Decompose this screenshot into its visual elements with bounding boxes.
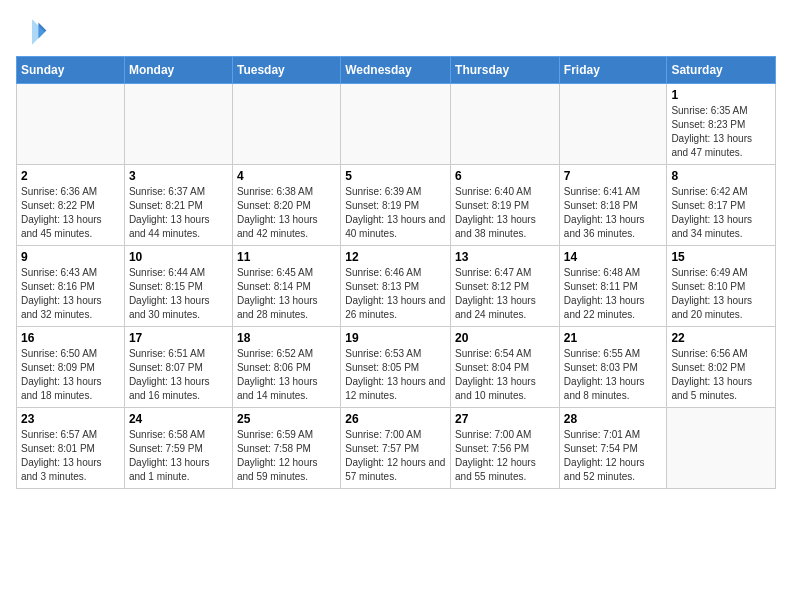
day-cell: 11Sunrise: 6:45 AM Sunset: 8:14 PM Dayli… [232, 246, 340, 327]
day-cell: 23Sunrise: 6:57 AM Sunset: 8:01 PM Dayli… [17, 408, 125, 489]
calendar-table: SundayMondayTuesdayWednesdayThursdayFrid… [16, 56, 776, 489]
day-info: Sunrise: 6:36 AM Sunset: 8:22 PM Dayligh… [21, 185, 120, 241]
day-cell [17, 84, 125, 165]
day-cell [124, 84, 232, 165]
day-cell: 1Sunrise: 6:35 AM Sunset: 8:23 PM Daylig… [667, 84, 776, 165]
day-number: 19 [345, 331, 446, 345]
day-cell: 25Sunrise: 6:59 AM Sunset: 7:58 PM Dayli… [232, 408, 340, 489]
day-number: 13 [455, 250, 555, 264]
day-number: 10 [129, 250, 228, 264]
day-info: Sunrise: 6:40 AM Sunset: 8:19 PM Dayligh… [455, 185, 555, 241]
day-number: 1 [671, 88, 771, 102]
day-number: 5 [345, 169, 446, 183]
day-number: 20 [455, 331, 555, 345]
day-cell: 14Sunrise: 6:48 AM Sunset: 8:11 PM Dayli… [559, 246, 667, 327]
day-info: Sunrise: 6:48 AM Sunset: 8:11 PM Dayligh… [564, 266, 663, 322]
week-row-1: 1Sunrise: 6:35 AM Sunset: 8:23 PM Daylig… [17, 84, 776, 165]
day-number: 26 [345, 412, 446, 426]
day-cell [232, 84, 340, 165]
day-info: Sunrise: 6:45 AM Sunset: 8:14 PM Dayligh… [237, 266, 336, 322]
day-info: Sunrise: 6:47 AM Sunset: 8:12 PM Dayligh… [455, 266, 555, 322]
day-number: 3 [129, 169, 228, 183]
day-number: 7 [564, 169, 663, 183]
day-number: 12 [345, 250, 446, 264]
day-number: 22 [671, 331, 771, 345]
header-cell-wednesday: Wednesday [341, 57, 451, 84]
day-cell: 8Sunrise: 6:42 AM Sunset: 8:17 PM Daylig… [667, 165, 776, 246]
day-info: Sunrise: 6:54 AM Sunset: 8:04 PM Dayligh… [455, 347, 555, 403]
day-number: 16 [21, 331, 120, 345]
day-cell: 10Sunrise: 6:44 AM Sunset: 8:15 PM Dayli… [124, 246, 232, 327]
day-number: 14 [564, 250, 663, 264]
week-row-3: 9Sunrise: 6:43 AM Sunset: 8:16 PM Daylig… [17, 246, 776, 327]
day-number: 4 [237, 169, 336, 183]
day-cell [667, 408, 776, 489]
day-cell: 7Sunrise: 6:41 AM Sunset: 8:18 PM Daylig… [559, 165, 667, 246]
day-cell: 5Sunrise: 6:39 AM Sunset: 8:19 PM Daylig… [341, 165, 451, 246]
day-info: Sunrise: 6:37 AM Sunset: 8:21 PM Dayligh… [129, 185, 228, 241]
header-cell-thursday: Thursday [451, 57, 560, 84]
day-info: Sunrise: 6:56 AM Sunset: 8:02 PM Dayligh… [671, 347, 771, 403]
header-cell-tuesday: Tuesday [232, 57, 340, 84]
day-info: Sunrise: 6:51 AM Sunset: 8:07 PM Dayligh… [129, 347, 228, 403]
day-info: Sunrise: 6:55 AM Sunset: 8:03 PM Dayligh… [564, 347, 663, 403]
day-info: Sunrise: 6:44 AM Sunset: 8:15 PM Dayligh… [129, 266, 228, 322]
header-cell-sunday: Sunday [17, 57, 125, 84]
day-cell [451, 84, 560, 165]
day-info: Sunrise: 7:01 AM Sunset: 7:54 PM Dayligh… [564, 428, 663, 484]
day-info: Sunrise: 6:38 AM Sunset: 8:20 PM Dayligh… [237, 185, 336, 241]
day-cell: 18Sunrise: 6:52 AM Sunset: 8:06 PM Dayli… [232, 327, 340, 408]
week-row-2: 2Sunrise: 6:36 AM Sunset: 8:22 PM Daylig… [17, 165, 776, 246]
day-cell [341, 84, 451, 165]
day-cell: 28Sunrise: 7:01 AM Sunset: 7:54 PM Dayli… [559, 408, 667, 489]
day-number: 28 [564, 412, 663, 426]
day-cell: 6Sunrise: 6:40 AM Sunset: 8:19 PM Daylig… [451, 165, 560, 246]
day-number: 21 [564, 331, 663, 345]
week-row-5: 23Sunrise: 6:57 AM Sunset: 8:01 PM Dayli… [17, 408, 776, 489]
day-number: 25 [237, 412, 336, 426]
day-cell: 17Sunrise: 6:51 AM Sunset: 8:07 PM Dayli… [124, 327, 232, 408]
day-number: 17 [129, 331, 228, 345]
day-info: Sunrise: 6:49 AM Sunset: 8:10 PM Dayligh… [671, 266, 771, 322]
day-info: Sunrise: 6:41 AM Sunset: 8:18 PM Dayligh… [564, 185, 663, 241]
day-cell: 9Sunrise: 6:43 AM Sunset: 8:16 PM Daylig… [17, 246, 125, 327]
day-number: 15 [671, 250, 771, 264]
day-info: Sunrise: 6:52 AM Sunset: 8:06 PM Dayligh… [237, 347, 336, 403]
day-cell: 22Sunrise: 6:56 AM Sunset: 8:02 PM Dayli… [667, 327, 776, 408]
header-cell-saturday: Saturday [667, 57, 776, 84]
day-info: Sunrise: 6:35 AM Sunset: 8:23 PM Dayligh… [671, 104, 771, 160]
day-number: 24 [129, 412, 228, 426]
day-info: Sunrise: 6:50 AM Sunset: 8:09 PM Dayligh… [21, 347, 120, 403]
header-row: SundayMondayTuesdayWednesdayThursdayFrid… [17, 57, 776, 84]
header-cell-monday: Monday [124, 57, 232, 84]
day-cell: 2Sunrise: 6:36 AM Sunset: 8:22 PM Daylig… [17, 165, 125, 246]
day-cell: 19Sunrise: 6:53 AM Sunset: 8:05 PM Dayli… [341, 327, 451, 408]
day-number: 8 [671, 169, 771, 183]
day-info: Sunrise: 6:57 AM Sunset: 8:01 PM Dayligh… [21, 428, 120, 484]
header-cell-friday: Friday [559, 57, 667, 84]
day-number: 2 [21, 169, 120, 183]
day-cell [559, 84, 667, 165]
day-info: Sunrise: 6:43 AM Sunset: 8:16 PM Dayligh… [21, 266, 120, 322]
day-info: Sunrise: 6:53 AM Sunset: 8:05 PM Dayligh… [345, 347, 446, 403]
day-number: 11 [237, 250, 336, 264]
day-info: Sunrise: 6:58 AM Sunset: 7:59 PM Dayligh… [129, 428, 228, 484]
day-cell: 20Sunrise: 6:54 AM Sunset: 8:04 PM Dayli… [451, 327, 560, 408]
week-row-4: 16Sunrise: 6:50 AM Sunset: 8:09 PM Dayli… [17, 327, 776, 408]
day-cell: 21Sunrise: 6:55 AM Sunset: 8:03 PM Dayli… [559, 327, 667, 408]
day-cell: 4Sunrise: 6:38 AM Sunset: 8:20 PM Daylig… [232, 165, 340, 246]
day-info: Sunrise: 7:00 AM Sunset: 7:56 PM Dayligh… [455, 428, 555, 484]
day-number: 18 [237, 331, 336, 345]
day-cell: 16Sunrise: 6:50 AM Sunset: 8:09 PM Dayli… [17, 327, 125, 408]
day-number: 23 [21, 412, 120, 426]
logo [16, 16, 52, 48]
day-number: 9 [21, 250, 120, 264]
page-header [16, 16, 776, 48]
day-cell: 24Sunrise: 6:58 AM Sunset: 7:59 PM Dayli… [124, 408, 232, 489]
day-cell: 12Sunrise: 6:46 AM Sunset: 8:13 PM Dayli… [341, 246, 451, 327]
day-cell: 15Sunrise: 6:49 AM Sunset: 8:10 PM Dayli… [667, 246, 776, 327]
day-info: Sunrise: 6:59 AM Sunset: 7:58 PM Dayligh… [237, 428, 336, 484]
day-cell: 26Sunrise: 7:00 AM Sunset: 7:57 PM Dayli… [341, 408, 451, 489]
logo-icon [16, 16, 48, 48]
day-info: Sunrise: 6:42 AM Sunset: 8:17 PM Dayligh… [671, 185, 771, 241]
